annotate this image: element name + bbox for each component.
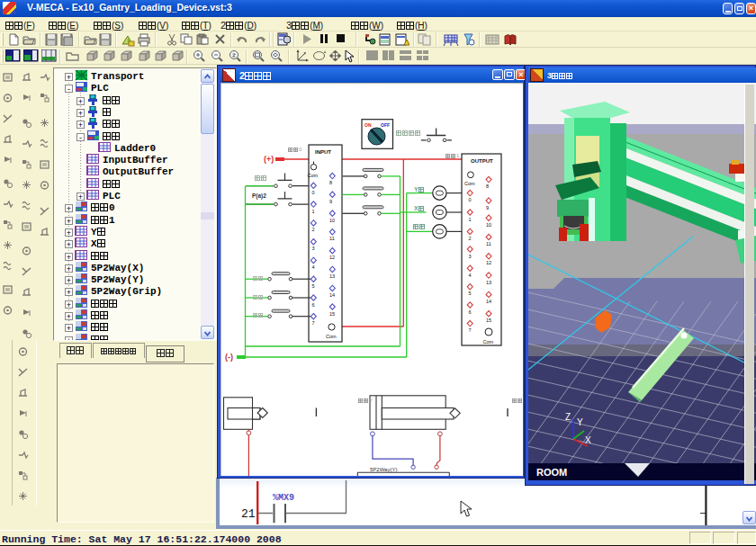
svg-text:10: 10 [486,222,491,228]
svg-text:5: 5 [469,291,472,296]
svg-text:Y: Y [577,417,583,427]
svg-text:Com: Com [326,334,337,339]
svg-text:15: 15 [486,318,491,323]
svg-text:2: 2 [469,236,472,241]
svg-text:3: 3 [469,254,472,259]
svg-text:11: 11 [486,241,491,246]
svg-text:15: 15 [329,311,335,317]
svg-text:3: 3 [312,246,315,251]
svg-text:OFF: OFF [381,122,390,128]
svg-text:5P2Way(Y): 5P2Way(Y) [370,467,397,472]
svg-text:7: 7 [469,327,472,333]
svg-text:7: 7 [312,320,315,326]
svg-text:Com: Com [483,339,494,345]
svg-text:0: 0 [469,197,472,202]
svg-text:12: 12 [486,260,491,265]
svg-text:13: 13 [329,273,335,279]
svg-text:OUTPUT: OUTPUT [471,158,493,164]
svg-text:12: 12 [329,255,335,260]
svg-text:9: 9 [329,199,332,204]
svg-text:10: 10 [329,218,335,223]
svg-text:Com: Com [308,173,319,178]
svg-text:Com: Com [464,181,475,186]
svg-text:0: 0 [312,190,315,195]
svg-text:4: 4 [469,273,472,278]
svg-text:8: 8 [486,183,489,189]
svg-text:X: X [585,435,591,445]
svg-text:Z: Z [565,412,571,422]
svg-text:ON: ON [364,122,372,128]
svg-text:5: 5 [312,283,315,289]
svg-text:6: 6 [312,302,315,308]
svg-text:13: 13 [486,280,491,285]
svg-text:9: 9 [486,205,489,210]
svg-text:INPUT: INPUT [315,149,331,155]
svg-text:ROOM: ROOM [536,467,567,478]
svg-text:P(a)2: P(a)2 [252,192,266,200]
svg-text:4: 4 [312,264,315,270]
svg-text:8: 8 [329,180,332,185]
svg-text:1: 1 [312,209,315,214]
svg-text:14: 14 [486,299,491,304]
svg-text:6: 6 [469,309,472,315]
svg-text:14: 14 [329,292,335,298]
svg-text:1: 1 [469,217,472,222]
svg-text:2: 2 [312,227,315,232]
svg-text:11: 11 [329,236,335,241]
